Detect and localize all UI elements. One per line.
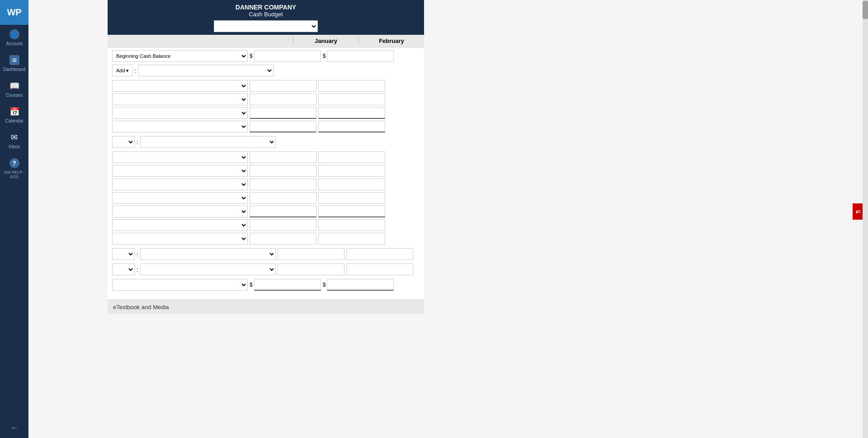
account-icon: 👤 [9,29,19,39]
sidebar-item-dashboard[interactable]: ⊞ Dashboard [0,51,28,76]
input-1-jan[interactable] [250,80,316,92]
small-select-2[interactable] [112,248,135,260]
input-11-jan[interactable] [250,233,316,245]
subtotal-3-feb[interactable] [346,264,413,275]
subtotal-add-row-2: : [112,248,420,260]
column-headers: January February [108,35,424,47]
select-8[interactable] [112,192,248,204]
empty-header [108,38,293,44]
subtotal-select-2[interactable] [140,248,276,260]
beginning-cash-select[interactable]: Beginning Cash Balance [112,50,248,62]
beginning-cash-feb-input[interactable] [327,50,394,62]
subtotal-add-row-3: : [112,264,420,275]
input-7-jan[interactable] [250,179,316,190]
final-select[interactable] [112,279,248,291]
input-9-feb[interactable] [318,206,385,217]
colon-label: : [135,67,137,74]
sidebar-item-label: Inbox [9,144,19,149]
final-feb-group: $ [323,279,394,291]
select-11[interactable] [112,233,248,245]
input-2-jan[interactable] [250,94,316,105]
input-11-feb[interactable] [318,233,385,245]
row-10 [112,219,420,231]
final-jan-dollar: $ [250,282,253,288]
sidebar-item-label: Account [6,41,22,46]
calendar-icon: 📅 [9,107,19,117]
subtotal-3-jan[interactable] [278,264,344,275]
sidebar-item-courses[interactable]: 📖 Courses [0,76,28,102]
select-9[interactable] [112,206,248,217]
select-6[interactable] [112,165,248,177]
input-5-feb[interactable] [318,151,385,163]
sidebar-item-calendar[interactable]: 📅 Calendar [0,102,28,128]
red-badge-icon: 🏷 [855,209,860,214]
sidebar-item-inbox[interactable]: ✉ Inbox [0,128,28,154]
row-8 [112,192,420,204]
final-jan-group: $ [250,279,321,291]
final-feb-input[interactable] [327,279,394,291]
final-row: $ $ [112,279,420,291]
colon-2: : [137,139,138,146]
company-name: DANNER COMPANY [108,4,424,11]
sidebar-item-label: Get HELP - SOS [2,170,27,179]
input-1-feb[interactable] [318,80,385,92]
sidebar-item-help[interactable]: ? Get HELP - SOS [0,154,28,184]
input-6-jan[interactable] [250,165,316,177]
scrollbar-thumb[interactable] [863,1,868,19]
input-4-feb[interactable] [318,121,385,132]
input-7-feb[interactable] [318,179,385,190]
add-row-select[interactable] [138,65,274,76]
sidebar: WP 👤 Account ⊞ Dashboard 📖 Courses 📅 Cal… [0,0,28,438]
etextbook-bar: eTextbook and Media [108,300,424,314]
subtotal-select[interactable] [140,136,276,148]
input-3-feb[interactable] [318,107,385,119]
sidebar-collapse-button[interactable]: ← [0,418,28,438]
sidebar-logo[interactable]: WP [0,0,28,25]
period-select[interactable] [214,20,318,32]
sidebar-item-account[interactable]: 👤 Account [0,25,28,51]
add-chevron: ▾ [126,68,129,74]
budget-header: DANNER COMPANY Cash Budget [108,0,424,35]
small-select-3[interactable] [112,264,135,275]
subtotal-2-jan[interactable] [278,248,344,260]
select-4[interactable] [112,121,248,132]
input-6-feb[interactable] [318,165,385,177]
select-1[interactable] [112,80,248,92]
select-2[interactable] [112,94,248,105]
subtotal-select-3[interactable] [140,264,276,275]
main-content: DANNER COMPANY Cash Budget January Febru… [28,0,868,438]
select-3[interactable] [112,107,248,119]
row-3 [112,107,420,119]
sidebar-item-label: Courses [6,93,23,98]
february-header: February [359,38,424,44]
red-badge[interactable]: 🏷 [853,203,863,220]
input-9-jan[interactable] [250,206,316,217]
input-10-feb[interactable] [318,219,385,231]
input-5-jan[interactable] [250,151,316,163]
input-8-jan[interactable] [250,192,316,204]
row-5 [112,151,420,163]
input-3-jan[interactable] [250,107,316,119]
final-jan-input[interactable] [254,279,321,291]
input-4-jan[interactable] [250,121,316,132]
final-feb-dollar: $ [323,282,326,288]
beginning-cash-balance-row: Beginning Cash Balance $ $ [112,50,420,62]
dashboard-icon: ⊞ [9,55,19,65]
add-label: Add [116,68,125,73]
inbox-icon: ✉ [9,132,19,142]
add-button[interactable]: Add ▾ [112,65,133,76]
input-2-feb[interactable] [318,94,385,105]
subtotal-2-feb[interactable] [346,248,413,260]
small-select-1[interactable] [112,136,135,148]
jan-dollar: $ [250,53,253,59]
select-10[interactable] [112,219,248,231]
select-7[interactable] [112,179,248,190]
beginning-cash-jan-input[interactable] [254,50,321,62]
etextbook-label: eTextbook and Media [113,304,169,311]
scrollbar[interactable] [863,0,868,438]
select-5[interactable] [112,151,248,163]
subtotal-add-row: : [112,136,420,148]
row-6 [112,165,420,177]
input-8-feb[interactable] [318,192,385,204]
input-10-jan[interactable] [250,219,316,231]
